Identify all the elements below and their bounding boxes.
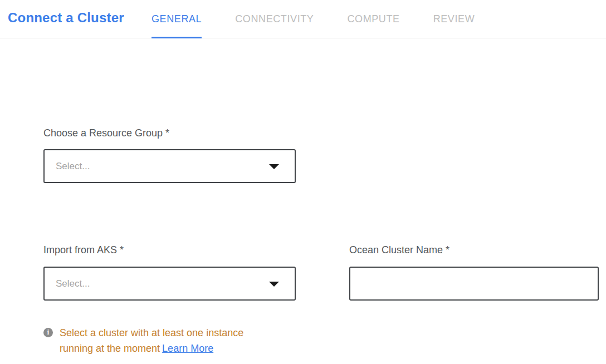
import-aks-select[interactable]: Select... [43, 267, 296, 301]
chevron-down-icon [269, 282, 279, 287]
wizard-header: Connect a Cluster GENERAL CONNECTIVITY C… [0, 0, 606, 38]
resource-group-select[interactable]: Select... [43, 149, 296, 183]
cluster-name-input[interactable] [349, 267, 599, 301]
learn-more-link[interactable]: Learn More [162, 343, 213, 354]
import-aks-placeholder: Select... [56, 278, 90, 289]
chevron-down-icon [269, 164, 279, 169]
cluster-name-label: Ocean Cluster Name * [349, 244, 449, 256]
tab-review[interactable]: REVIEW [433, 0, 475, 38]
resource-group-label: Choose a Resource Group * [43, 127, 169, 139]
import-aks-label: Import from AKS * [43, 244, 124, 256]
cluster-instance-info-note: i Select a cluster with at least one ins… [43, 325, 267, 356]
tab-review-label: REVIEW [433, 13, 475, 25]
tab-connectivity[interactable]: CONNECTIVITY [235, 0, 314, 38]
info-note-text: Select a cluster with at least one insta… [60, 327, 243, 354]
tab-compute[interactable]: COMPUTE [347, 0, 399, 38]
resource-group-placeholder: Select... [56, 161, 90, 172]
tab-compute-label: COMPUTE [347, 13, 399, 25]
tab-general[interactable]: GENERAL [152, 0, 202, 38]
info-icon: i [43, 328, 53, 337]
wizard-tabs: GENERAL CONNECTIVITY COMPUTE REVIEW [152, 0, 475, 38]
general-step-panel: Choose a Resource Group * Select... Impo… [0, 38, 606, 364]
page-title: Connect a Cluster [8, 10, 124, 26]
tab-general-label: GENERAL [152, 13, 202, 25]
tab-connectivity-label: CONNECTIVITY [235, 13, 314, 25]
